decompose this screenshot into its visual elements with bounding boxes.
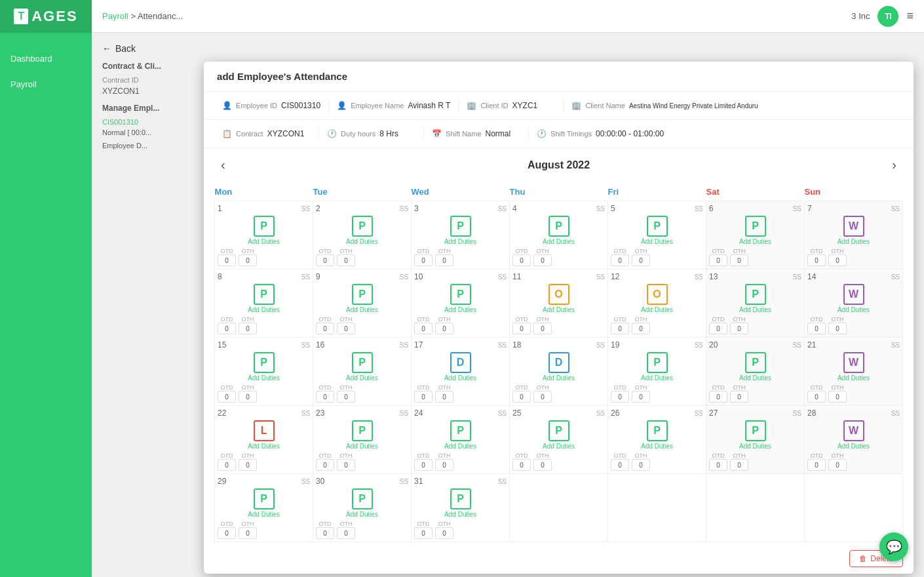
status-badge-w[interactable]: W [843,216,864,237]
status-badge-p[interactable]: P [745,216,766,237]
add-duties-button[interactable]: Add Duties [611,238,703,245]
otd-input[interactable] [611,391,629,403]
add-duties-button[interactable]: Add Duties [807,306,900,313]
add-duties-button[interactable]: Add Duties [218,511,310,518]
add-duties-button[interactable]: Add Duties [414,238,507,245]
otd-input[interactable] [414,323,433,334]
otd-input[interactable] [218,391,236,403]
add-duties-button[interactable]: Add Duties [512,306,605,313]
status-badge-p[interactable]: P [450,216,471,237]
status-badge-p[interactable]: P [745,284,766,305]
oth-input[interactable] [632,254,650,266]
otd-input[interactable] [807,254,826,266]
oth-input[interactable] [239,391,257,403]
otd-input[interactable] [414,527,433,539]
oth-input[interactable] [435,254,453,266]
add-duties-button[interactable]: Add Duties [709,374,801,382]
status-badge-p[interactable]: P [647,352,668,373]
status-badge-p[interactable]: P [352,284,373,305]
status-badge-p[interactable]: P [254,216,275,237]
status-badge-p[interactable]: P [647,420,668,441]
add-duties-button[interactable]: Add Duties [414,511,507,518]
otd-input[interactable] [316,459,334,471]
add-duties-button[interactable]: Add Duties [316,443,408,450]
add-duties-button[interactable]: Add Duties [316,238,408,245]
oth-input[interactable] [632,459,650,471]
oth-input[interactable] [337,459,355,471]
oth-input[interactable] [730,323,748,334]
status-badge-p[interactable]: P [450,420,471,441]
otd-input[interactable] [218,459,236,471]
oth-input[interactable] [239,527,257,539]
otd-input[interactable] [611,323,629,334]
status-badge-p[interactable]: P [352,352,373,373]
oth-input[interactable] [632,391,650,403]
otd-input[interactable] [414,391,433,403]
status-badge-p[interactable]: P [254,284,275,305]
otd-input[interactable] [807,323,826,334]
add-duties-button[interactable]: Add Duties [414,306,507,313]
status-badge-p[interactable]: P [549,216,569,237]
otd-input[interactable] [218,254,236,266]
oth-input[interactable] [828,459,847,471]
chat-button[interactable]: 💬 [879,532,908,561]
otd-input[interactable] [512,254,531,266]
otd-input[interactable] [218,527,236,539]
add-duties-button[interactable]: Add Duties [611,306,703,313]
oth-input[interactable] [239,459,257,471]
add-duties-button[interactable]: Add Duties [316,306,408,313]
oth-input[interactable] [533,254,552,266]
oth-input[interactable] [435,527,453,539]
otd-input[interactable] [316,323,334,334]
add-duties-button[interactable]: Add Duties [218,374,310,382]
add-duties-button[interactable]: Add Duties [709,306,801,313]
status-badge-w[interactable]: W [843,284,864,305]
otd-input[interactable] [414,254,433,266]
otd-input[interactable] [709,459,727,471]
oth-input[interactable] [730,459,748,471]
oth-input[interactable] [828,323,847,334]
next-month-button[interactable]: › [885,155,903,175]
otd-input[interactable] [611,254,629,266]
status-badge-w[interactable]: W [843,420,864,441]
status-badge-o[interactable]: O [647,284,668,305]
oth-input[interactable] [337,527,355,539]
add-duties-button[interactable]: Add Duties [512,374,605,382]
otd-input[interactable] [512,391,531,403]
add-duties-button[interactable]: Add Duties [414,374,507,382]
status-badge-p[interactable]: P [549,420,569,441]
status-badge-p[interactable]: P [647,216,668,237]
status-badge-o[interactable]: O [549,284,569,305]
prev-month-button[interactable]: ‹ [214,155,232,175]
status-badge-p[interactable]: P [352,488,373,509]
otd-input[interactable] [414,459,433,471]
status-badge-p[interactable]: P [352,420,373,441]
add-duties-button[interactable]: Add Duties [316,374,408,382]
employee-id-field[interactable]: CIS001310 [102,118,193,126]
oth-input[interactable] [239,323,257,334]
add-duties-button[interactable]: Add Duties [611,374,703,382]
status-badge-p[interactable]: P [745,420,766,441]
add-duties-button[interactable]: Add Duties [709,238,801,245]
add-duties-button[interactable]: Add Duties [807,374,900,382]
status-badge-l[interactable]: L [254,420,275,441]
status-badge-p[interactable]: P [450,284,471,305]
add-duties-button[interactable]: Add Duties [218,306,310,313]
otd-input[interactable] [512,323,531,334]
oth-input[interactable] [337,391,355,403]
oth-input[interactable] [828,254,847,266]
oth-input[interactable] [435,459,453,471]
add-duties-button[interactable]: Add Duties [807,443,900,450]
add-duties-button[interactable]: Add Duties [512,443,605,450]
add-duties-button[interactable]: Add Duties [218,443,310,450]
oth-input[interactable] [533,323,552,334]
oth-input[interactable] [239,254,257,266]
status-badge-p[interactable]: P [352,216,373,237]
otd-input[interactable] [709,254,727,266]
otd-input[interactable] [316,391,334,403]
sidebar-item-dashboard[interactable]: Dashboard [0,46,92,71]
add-duties-button[interactable]: Add Duties [807,238,900,245]
status-badge-w[interactable]: W [843,352,864,373]
status-badge-d[interactable]: D [450,352,471,373]
add-duties-button[interactable]: Add Duties [512,238,605,245]
